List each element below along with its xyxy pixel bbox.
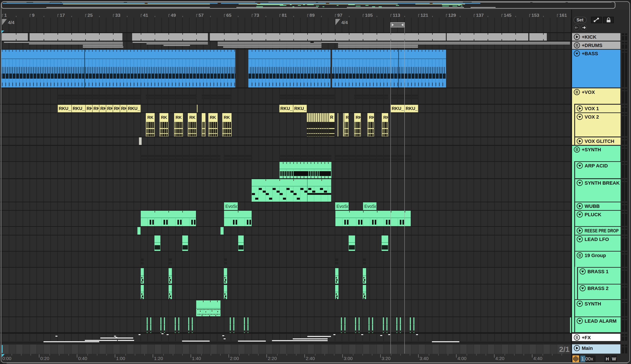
svg-text:2:00: 2:00	[230, 356, 239, 361]
svg-text:89: 89	[310, 12, 314, 18]
svg-text:145: 145	[504, 12, 512, 18]
svg-text:EvoSo: EvoSo	[225, 204, 238, 209]
svg-text:2/1: 2/1	[559, 345, 570, 354]
svg-text:SYNTH BREAK: SYNTH BREAK	[584, 180, 620, 186]
svg-text:Main: Main	[582, 346, 593, 351]
svg-text:4:00: 4:00	[457, 356, 466, 361]
svg-text:LEAD ALARM: LEAD ALARM	[584, 318, 617, 324]
svg-text:4:40: 4:40	[533, 356, 542, 361]
svg-text:2:20: 2:20	[268, 356, 277, 361]
svg-text:2:40: 2:40	[306, 356, 315, 361]
svg-text:RK: RK	[189, 115, 196, 120]
svg-text:BRASS 2: BRASS 2	[588, 286, 608, 291]
svg-text:3:00: 3:00	[344, 356, 352, 361]
svg-text:97: 97	[337, 12, 342, 18]
svg-text:R: R	[346, 115, 349, 120]
svg-text:RKU_I: RKU_I	[73, 106, 86, 111]
svg-text:19 Group: 19 Group	[584, 253, 606, 258]
svg-text:RKU_I: RKU_I	[128, 106, 141, 111]
svg-text:161: 161	[559, 12, 567, 18]
svg-text:VOX 2: VOX 2	[584, 114, 599, 120]
svg-text:113: 113	[393, 12, 400, 18]
svg-text:105: 105	[365, 12, 373, 18]
svg-text:1: 1	[4, 12, 7, 18]
svg-text:+VOX: +VOX	[582, 90, 595, 95]
svg-text:1:00: 1:00	[116, 356, 125, 361]
svg-text:RK: RK	[224, 115, 230, 120]
svg-text:121: 121	[420, 12, 428, 18]
svg-text:VOX GLITCH: VOX GLITCH	[584, 138, 614, 144]
svg-text:EvoSo: EvoSo	[364, 204, 377, 209]
svg-text:9: 9	[32, 12, 35, 18]
svg-text:RKU_I: RKU_I	[59, 106, 72, 111]
svg-text:VOX 1: VOX 1	[584, 106, 599, 111]
svg-text:+DRUMS: +DRUMS	[582, 43, 602, 48]
svg-text:1:40: 1:40	[192, 356, 201, 361]
svg-text:153: 153	[532, 12, 539, 18]
svg-text:W: W	[612, 356, 616, 361]
svg-text:17: 17	[60, 12, 65, 18]
svg-text:R: R	[330, 115, 334, 120]
svg-text:65: 65	[226, 12, 232, 18]
svg-text:SYNTH: SYNTH	[584, 301, 601, 306]
svg-text:RK: RK	[176, 115, 182, 120]
svg-text:RK: RK	[210, 115, 216, 120]
svg-text:4:20: 4:20	[495, 356, 504, 361]
svg-text:PLUCK: PLUCK	[584, 212, 602, 217]
svg-text:Set: Set	[576, 18, 583, 22]
svg-text:EvoSo: EvoSo	[336, 204, 350, 209]
svg-text:137: 137	[476, 12, 484, 18]
svg-text:+KICK: +KICK	[582, 34, 596, 40]
svg-text:0:20: 0:20	[40, 356, 49, 361]
svg-text:0:40: 0:40	[78, 356, 87, 361]
svg-text:BRASS 1: BRASS 1	[588, 269, 608, 274]
svg-text:3:40: 3:40	[420, 356, 428, 361]
svg-text:+SYNTH: +SYNTH	[582, 147, 601, 152]
svg-text:WUBB: WUBB	[584, 204, 600, 209]
svg-text:1.00x: 1.00x	[581, 356, 593, 362]
svg-text:RK: RK	[161, 115, 167, 120]
svg-text:4/4: 4/4	[8, 20, 14, 25]
svg-text:129: 129	[448, 12, 456, 18]
svg-text:41: 41	[143, 12, 148, 18]
svg-text:49: 49	[171, 12, 176, 18]
svg-text:+BASS: +BASS	[582, 51, 598, 56]
svg-text:25: 25	[88, 12, 93, 18]
svg-text:ARP ACID: ARP ACID	[584, 163, 608, 168]
svg-text:RKU_I: RKU_I	[280, 106, 294, 111]
svg-text:1:20: 1:20	[154, 356, 163, 361]
svg-text:H: H	[606, 356, 609, 361]
svg-text:+FX: +FX	[582, 335, 591, 340]
svg-text:RK: RK	[147, 115, 154, 120]
svg-text:LEAD LFO: LEAD LFO	[584, 236, 609, 242]
svg-text:81: 81	[282, 12, 287, 18]
svg-text:57: 57	[198, 12, 204, 18]
svg-text:3:20: 3:20	[382, 356, 390, 361]
svg-text:RKU_I: RKU_I	[406, 106, 419, 111]
svg-text:REESE PRE DROP: REESE PRE DROP	[584, 228, 619, 234]
svg-text:0:00: 0:00	[2, 356, 12, 361]
svg-text:33: 33	[115, 12, 120, 18]
svg-text:4/4: 4/4	[341, 20, 348, 25]
svg-text:73: 73	[254, 12, 259, 18]
